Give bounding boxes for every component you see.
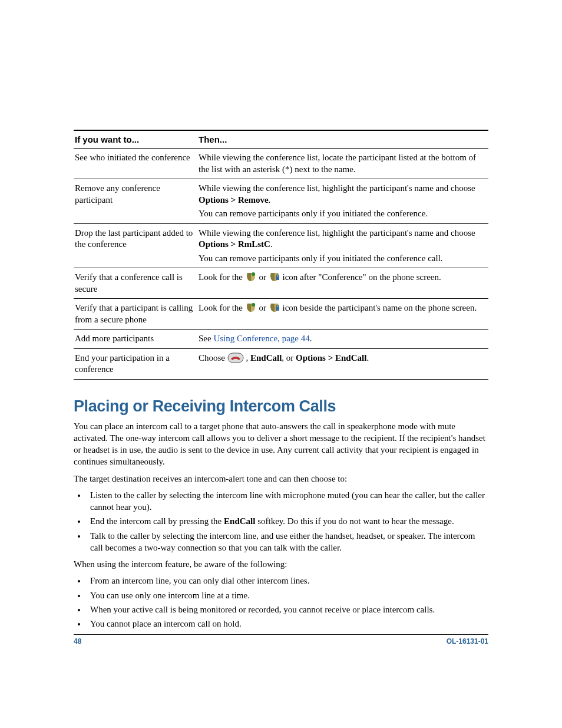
- table-row: Add more participants See Using Conferen…: [74, 330, 488, 349]
- doc-id: OL-16131-01: [447, 637, 488, 645]
- list-item: Talk to the caller by selecting the inte…: [87, 530, 488, 554]
- section-heading: Placing or Receiving Intercom Calls: [74, 397, 488, 416]
- list-item: You can use only one intercom line at a …: [87, 589, 488, 601]
- page-footer: 48 OL-16131-01: [74, 634, 488, 645]
- secure-lock-icon: [269, 272, 280, 282]
- cell-then: See Using Conference, page 44.: [197, 330, 488, 349]
- table-row: Verify that a conference call is secure …: [74, 268, 488, 299]
- svg-rect-3: [276, 307, 279, 311]
- table-row: Drop the last participant added to the c…: [74, 223, 488, 268]
- cell-then: Look for the or icon after "Conference" …: [197, 268, 488, 299]
- cell-want: Drop the last participant added to the c…: [74, 223, 197, 268]
- body-paragraph: When using the intercom feature, be awar…: [74, 558, 488, 570]
- instructions-table: If you want to... Then... See who initia…: [74, 130, 488, 380]
- secure-shield-icon: [245, 302, 257, 313]
- table-row: End your participation in a conference C…: [74, 348, 488, 379]
- body-paragraph: You can place an intercom call to a targ…: [74, 420, 488, 468]
- cell-want: Verify that a participant is calling fro…: [74, 299, 197, 330]
- cell-then: Look for the or icon beside the particip…: [197, 299, 488, 330]
- list-item: End the intercom call by pressing the En…: [87, 515, 488, 527]
- cell-then: While viewing the conference list, highl…: [197, 223, 488, 268]
- cross-ref-link[interactable]: Using Conference, page 44: [213, 334, 309, 343]
- cell-want: Add more participants: [74, 330, 197, 349]
- svg-point-2: [252, 303, 255, 307]
- cell-want: End your participation in a conference: [74, 348, 197, 379]
- table-row: Remove any conference participant While …: [74, 179, 488, 224]
- col-header-then: Then...: [197, 130, 488, 149]
- cell-then: While viewing the conference list, locat…: [197, 149, 488, 179]
- col-header-want: If you want to...: [74, 130, 197, 149]
- page-number: 48: [74, 637, 81, 645]
- secure-lock-icon: [269, 302, 280, 313]
- table-row: See who initiated the conference While v…: [74, 149, 488, 179]
- list-item: You cannot place an intercom call on hol…: [87, 618, 488, 630]
- body-paragraph: The target destination receives an inter…: [74, 473, 488, 485]
- list-item: When your active call is being monitored…: [87, 604, 488, 615]
- cell-then: While viewing the conference list, highl…: [197, 179, 488, 224]
- end-call-key-icon: [227, 353, 244, 363]
- cell-want: Remove any conference participant: [74, 179, 197, 224]
- svg-point-0: [252, 272, 255, 276]
- table-row: Verify that a participant is calling fro…: [74, 299, 488, 330]
- cell-want: Verify that a conference call is secure: [74, 268, 197, 299]
- svg-rect-1: [276, 276, 279, 280]
- list-item: Listen to the caller by selecting the in…: [87, 489, 488, 513]
- bullet-list: From an intercom line, you can only dial…: [87, 575, 488, 630]
- cell-then: Choose , EndCall, or Options > EndCall.: [197, 348, 488, 379]
- bullet-list: Listen to the caller by selecting the in…: [87, 489, 488, 554]
- secure-shield-icon: [245, 272, 257, 282]
- list-item: From an intercom line, you can only dial…: [87, 575, 488, 587]
- cell-want: See who initiated the conference: [74, 149, 197, 179]
